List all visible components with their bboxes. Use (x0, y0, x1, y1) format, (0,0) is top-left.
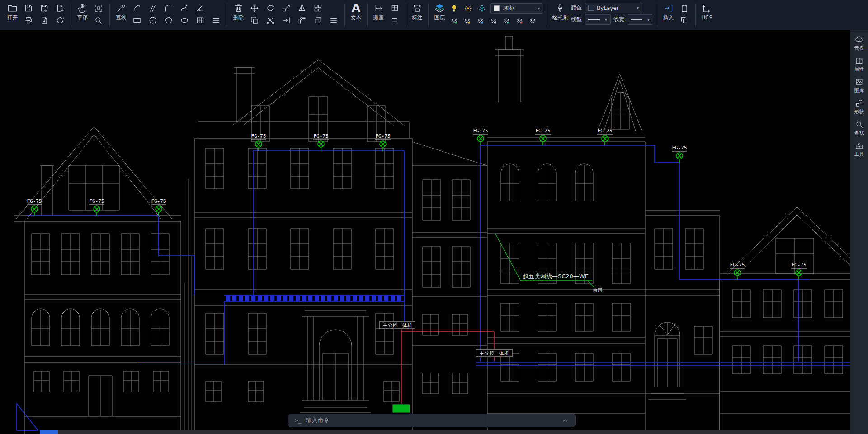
wiring-blue[interactable] (17, 145, 850, 430)
refresh-button[interactable] (54, 14, 66, 26)
more-modify-button[interactable] (327, 14, 340, 26)
move-button[interactable] (248, 2, 260, 14)
linetype-label: 线型 (571, 16, 582, 23)
angle-button[interactable] (194, 2, 206, 14)
ellipse-button[interactable] (178, 14, 190, 26)
command-prompt-icon: >_ (295, 417, 301, 424)
layer-on-off-button[interactable] (461, 15, 473, 27)
copy-clip-button[interactable] (678, 14, 690, 26)
line-button[interactable] (115, 2, 127, 14)
save-as-button[interactable] (38, 2, 50, 14)
scale-button[interactable] (280, 2, 292, 14)
copy-button[interactable] (248, 14, 260, 26)
hatch-button[interactable] (194, 14, 206, 26)
toolbar-separator (71, 3, 71, 27)
toolbar-separator (406, 3, 406, 27)
measure-distance-button[interactable] (373, 2, 385, 14)
ucs-group: UCS (696, 0, 717, 30)
line-label: 直线 (116, 14, 127, 21)
properties-panel-icon (855, 56, 863, 65)
parallel-line-button[interactable] (146, 2, 159, 14)
layer-match-button[interactable] (527, 15, 539, 27)
spline-button[interactable] (178, 2, 190, 14)
sidebar-item-properties[interactable]: 属性 (854, 56, 864, 73)
search-icon (855, 120, 863, 129)
fire-alarm-devices[interactable] (31, 135, 802, 280)
erase-button[interactable] (232, 2, 245, 14)
fillet-arc-button[interactable] (162, 2, 175, 14)
sidebar-item-cloud[interactable]: 云盘 (854, 35, 864, 51)
horizontal-scrollbar-track[interactable] (58, 430, 850, 434)
more-draw-button[interactable] (210, 14, 222, 26)
hand-icon (77, 3, 88, 13)
drawing-canvas[interactable]: 超五类网线—SC20—WE 余同 FG-75 FG-75 FG-75 FG-75… (0, 30, 850, 434)
layer-manager-button[interactable] (434, 2, 446, 14)
command-input[interactable]: 输入命令 (306, 416, 557, 425)
color-value: ByLayer (597, 5, 619, 11)
layer-on-button[interactable] (448, 3, 460, 14)
open-button[interactable] (6, 2, 19, 14)
linetype-select[interactable]: ▾ (585, 14, 611, 25)
sidebar-item-find[interactable]: 查找 (854, 120, 864, 136)
layer-isolate-button[interactable] (500, 15, 513, 27)
layer-freeze-all-button[interactable] (474, 15, 486, 27)
layer-lock-button[interactable] (487, 15, 500, 27)
svg-text:FG-75: FG-75 (27, 198, 42, 204)
layer-select[interactable]: .图框 ▾ (490, 3, 543, 14)
save-button[interactable] (22, 2, 34, 14)
layer-thaw-button[interactable] (462, 3, 474, 14)
array-button[interactable] (311, 2, 324, 14)
zoom-extents-button[interactable] (92, 2, 104, 14)
fillet-button[interactable] (296, 14, 308, 26)
sidebar-item-tools[interactable]: 工具 (854, 141, 864, 158)
pan-button[interactable] (76, 2, 89, 14)
color-select[interactable]: ByLayer ▾ (585, 3, 642, 13)
modify-group: 删除 (228, 0, 344, 30)
insert-block-icon (664, 4, 673, 13)
insert-button[interactable] (662, 2, 675, 14)
polygon-button[interactable] (162, 14, 175, 26)
dimension-button[interactable] (411, 2, 423, 14)
new-drawing-button[interactable] (54, 2, 66, 14)
controller-box[interactable]: 主分控一体机 (476, 349, 512, 357)
copy-icon (680, 16, 688, 24)
sidebar-item-library[interactable]: 图库 (854, 78, 864, 94)
fit-screen-icon (94, 4, 103, 13)
ucs-button[interactable] (701, 2, 713, 14)
layer-isolate-icon (503, 17, 510, 25)
offset-button[interactable] (311, 14, 324, 26)
insert-group: 插入 (658, 0, 695, 30)
paste-button[interactable] (678, 2, 690, 14)
zoom-button[interactable] (92, 14, 104, 26)
controller-box[interactable]: 主分控一体机 (380, 321, 415, 329)
layer-off-button[interactable] (514, 15, 526, 27)
command-bar[interactable]: >_ 输入命令 (288, 414, 576, 427)
pdf-export-button[interactable] (38, 14, 50, 26)
rotate-button[interactable] (264, 2, 276, 14)
svg-text:主分控一体机: 主分控一体机 (382, 322, 412, 328)
print-button[interactable] (22, 14, 34, 26)
trim-button[interactable] (264, 14, 276, 26)
mirror-button[interactable] (296, 2, 308, 14)
text-button[interactable]: A (350, 2, 362, 14)
circle-button[interactable] (146, 14, 159, 26)
measure-area-button[interactable] (388, 2, 401, 14)
view-group: 平移 (72, 0, 109, 30)
layer-new-button[interactable] (448, 15, 460, 27)
collapse-chevron-icon[interactable] (561, 417, 569, 424)
lineweight-select[interactable]: ▾ (627, 14, 653, 25)
open-label: 打开 (7, 14, 18, 21)
horizontal-scrollbar-thumb[interactable] (40, 430, 58, 434)
highlighted-entity[interactable] (393, 405, 410, 412)
sidebar-item-shapes[interactable]: 形状 (854, 99, 864, 115)
arc-icon (132, 4, 142, 13)
format-painter-button[interactable] (554, 2, 566, 14)
layer-freeze-button[interactable] (476, 3, 488, 14)
more-measure-button[interactable] (388, 14, 401, 26)
arc-button[interactable] (131, 2, 143, 14)
ucs-label: UCS (701, 14, 712, 21)
dimension-icon (413, 4, 422, 13)
extend-button[interactable] (280, 14, 292, 26)
magnifier-icon (94, 16, 103, 25)
rectangle-button[interactable] (131, 14, 143, 26)
